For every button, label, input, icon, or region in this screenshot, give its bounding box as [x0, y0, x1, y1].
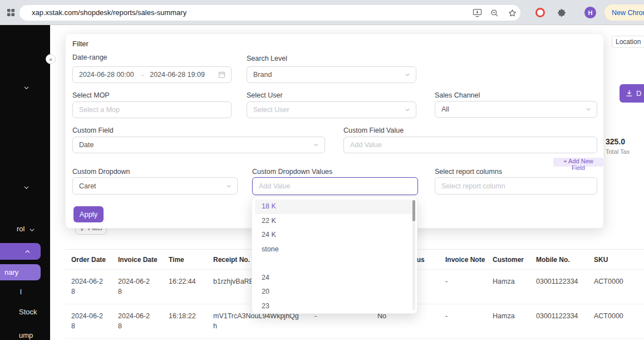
table-cell: ACT0000 — [594, 276, 641, 286]
table-cell: 2024-06-28 — [71, 311, 106, 331]
sales-channel-value: All — [441, 105, 449, 113]
apps-grid-icon[interactable] — [7, 8, 15, 17]
select-user-select[interactable]: Select User — [247, 101, 416, 118]
url-text[interactable]: xap.xstak.com/shopdesk/reports/sales-sum… — [32, 8, 186, 17]
custom-field-select[interactable]: Date — [72, 137, 325, 153]
download-label: D — [636, 89, 641, 98]
location-selector[interactable]: Location — [612, 36, 644, 48]
table-cell: 16:18:22 — [169, 311, 208, 321]
sidebar-collapse-toggle[interactable]: « — [46, 54, 56, 64]
chevron-down-icon[interactable] — [23, 184, 30, 191]
custom-dropdown-values-panel: 18 K22 K24 Kstone242023 — [252, 196, 417, 314]
dropdown-option[interactable]: 23 — [255, 299, 414, 314]
sales-channel-select[interactable]: All — [435, 101, 597, 118]
sidebar-item-label: nary — [4, 268, 18, 276]
install-icon[interactable] — [473, 8, 482, 17]
custom-field-value-label: Custom Field Value — [343, 127, 404, 134]
sidebar-item-label[interactable]: Stock — [19, 308, 37, 316]
custom-dropdown-values-label: Custom Dropdown Values — [252, 168, 332, 176]
date-range-label: Date-range — [72, 54, 107, 61]
table-cell: 16:22:44 — [169, 276, 208, 286]
dropdown-option[interactable]: 20 — [255, 285, 414, 299]
zoom-out-icon[interactable] — [490, 9, 499, 17]
table-cell: 03001122334 — [536, 311, 589, 321]
date-range-picker[interactable]: 2024-06-28 00:00 → 2024-06-28 19:09 — [72, 66, 232, 83]
table-cell: 2024-06-28 — [71, 276, 106, 297]
search-level-select[interactable]: Brand — [247, 66, 416, 83]
sidebar-item-label[interactable]: rol — [17, 225, 24, 233]
column-header: Invoice Date — [118, 250, 153, 270]
sidebar-item-reports[interactable] — [0, 243, 41, 260]
search-level-value: Brand — [253, 71, 272, 79]
calendar-icon — [218, 71, 225, 79]
sidebar-item-label[interactable]: ump — [19, 331, 33, 339]
dropdown-option[interactable]: stone — [255, 242, 414, 257]
table-cell: 2024-06-28 — [118, 276, 153, 297]
download-button[interactable]: D — [620, 84, 644, 103]
custom-dropdown-value: Caret — [79, 182, 96, 190]
select-mop-input[interactable] — [72, 101, 232, 118]
table-cell: 03001122334 — [536, 276, 589, 286]
date-start-value[interactable]: 2024-06-28 00:00 — [79, 71, 134, 79]
profile-avatar[interactable]: H — [584, 7, 596, 18]
scrollbar-thumb[interactable] — [412, 200, 415, 221]
custom-dropdown-values-input[interactable] — [252, 177, 418, 195]
table-cell: Hamza — [493, 276, 532, 286]
custom-field-value-input[interactable] — [343, 137, 597, 153]
sidebar-item-summary[interactable]: nary — [0, 264, 41, 280]
column-header: Invoice Note — [445, 250, 490, 270]
bookmark-star-icon[interactable] — [508, 9, 517, 17]
dropdown-option[interactable]: 24 — [255, 271, 414, 285]
dropdown-option[interactable] — [255, 256, 414, 271]
chevron-down-icon[interactable] — [29, 227, 35, 233]
custom-field-label: Custom Field — [72, 127, 114, 134]
select-user-label: Select User — [247, 91, 283, 99]
total-tax-value: 325.0 — [606, 137, 625, 146]
table-cell: - — [445, 276, 490, 286]
table-cell: - — [445, 311, 490, 321]
chrome-update-icon[interactable] — [535, 8, 545, 17]
custom-dropdown-select[interactable]: Caret — [72, 177, 238, 195]
location-label: Location — [616, 38, 641, 46]
report-columns-input[interactable] — [435, 177, 597, 195]
chevron-down-icon — [313, 142, 319, 148]
chevron-up-icon — [24, 249, 31, 255]
search-level-label: Search Level — [247, 55, 287, 62]
custom-field-value: Date — [79, 141, 94, 149]
apply-button[interactable]: Apply — [73, 206, 104, 222]
modal-title: Filter — [72, 40, 89, 48]
chevron-down-icon — [226, 183, 232, 189]
table-cell: ACT0000 — [594, 311, 641, 321]
chevron-down-icon — [405, 107, 410, 113]
chevron-down-icon — [405, 72, 410, 77]
dropdown-option-list: 18 K22 K24 Kstone242023 — [252, 200, 417, 313]
dropdown-option[interactable]: 22 K — [255, 214, 414, 229]
sidebar: rol nary l Stock ump — [0, 25, 50, 340]
custom-dropdown-label: Custom Dropdown — [72, 168, 130, 176]
chevron-down-icon — [586, 106, 591, 112]
column-header: Time — [169, 250, 208, 270]
report-columns-label: Select report columns — [435, 168, 502, 176]
column-header: SKU — [594, 250, 641, 270]
date-range-arrow-icon: → — [139, 71, 146, 79]
table-cell: mV1TrcA3NouL94WkpjhQgh — [213, 311, 302, 331]
select-user-placeholder: Select User — [253, 106, 289, 114]
add-new-field-button[interactable]: + Add New Field — [553, 158, 603, 167]
chevron-down-icon[interactable] — [23, 85, 30, 91]
address-bar[interactable]: xap.xstak.com/shopdesk/reports/sales-sum… — [19, 5, 520, 21]
select-mop-label: Select MOP — [72, 91, 110, 99]
download-icon — [626, 90, 633, 97]
screen: xap.xstak.com/shopdesk/reports/sales-sum… — [0, 0, 644, 340]
table-cell: 2024-06-28 — [118, 311, 153, 331]
dropdown-option[interactable]: 24 K — [255, 228, 414, 242]
date-end-value[interactable]: 2024-06-28 19:09 — [150, 71, 205, 79]
new-chrome-pill[interactable]: New Chrom — [604, 4, 644, 21]
column-header: Customer — [493, 250, 532, 270]
column-header: Order Date — [71, 250, 106, 270]
sales-channel-label: Sales Channel — [435, 91, 480, 99]
sidebar-item-label[interactable]: l — [20, 288, 22, 296]
extensions-puzzle-icon[interactable] — [557, 8, 566, 17]
dropdown-option[interactable]: 18 K — [255, 200, 414, 214]
table-cell: Hamza — [493, 311, 532, 321]
column-header: Mobile No. — [536, 250, 589, 270]
